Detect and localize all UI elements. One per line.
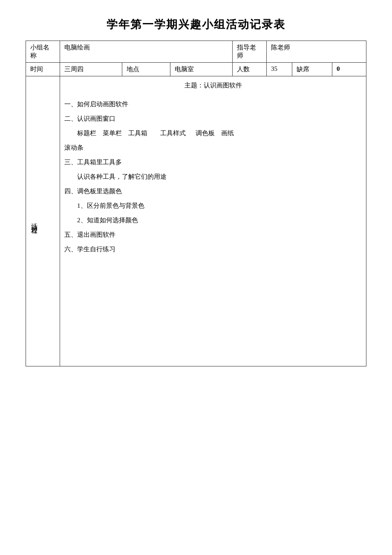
line-10: 五、退出画图软件	[64, 228, 362, 241]
line-1-text: 一、如何启动画图软件	[64, 101, 128, 108]
line-6-text: 认识各种工具，了解它们的用途	[77, 173, 167, 180]
count-value: 35	[267, 63, 292, 76]
group-value: 电脑绘画	[60, 41, 233, 63]
line-9-text: 2、知道如何选择颜色	[77, 217, 138, 224]
activity-content: 主题：认识画图软件 一、如何启动画图软件 二、认识画图窗口 标题栏 菜单栏 工具…	[60, 76, 366, 366]
line-4: 滚动条	[64, 141, 362, 154]
theme-text: 主题：认识画图软件	[184, 82, 242, 89]
line-10-text: 五、退出画图软件	[64, 231, 115, 238]
teacher-value: 陈老师	[267, 41, 366, 63]
line-8-text: 1、区分前景色与背景色	[77, 202, 144, 209]
line-3-text: 标题栏 菜单栏 工具箱 工具样式 调色板 画纸	[77, 130, 234, 137]
line-9: 2、知道如何选择颜色	[64, 214, 362, 227]
activity-label: 活动过程	[26, 76, 60, 366]
line-6: 认识各种工具，了解它们的用途	[64, 170, 362, 183]
line-8: 1、区分前景色与背景色	[64, 199, 362, 212]
absent-value: 0	[332, 63, 366, 76]
line-2: 二、认识画图窗口	[64, 112, 362, 125]
time-value: 三周四	[60, 63, 122, 76]
time-row: 时间 三周四 地点 电脑室 人数 35 缺席 0	[26, 63, 366, 76]
line-5: 三、工具箱里工具多	[64, 156, 362, 169]
line-4-text: 滚动条	[64, 144, 84, 151]
location-value: 电脑室	[170, 63, 232, 76]
time-label: 时间	[26, 63, 60, 76]
line-7-text: 四、调色板里选颜色	[64, 188, 122, 195]
line-11: 六、学生自行练习	[64, 243, 362, 256]
page-title: 学年第一学期兴趣小组活动记录表	[26, 17, 366, 32]
count-label: 人数	[233, 63, 267, 76]
header-row: 小组名称 电脑绘画 指导老师 陈老师	[26, 41, 366, 63]
line-7: 四、调色板里选颜色	[64, 185, 362, 198]
line-5-text: 三、工具箱里工具多	[64, 159, 122, 166]
page-container: 学年第一学期兴趣小组活动记录表 小组名称 电脑绘画 指导老师 陈老师 时间 三周…	[26, 17, 366, 366]
location-label: 地点	[122, 63, 170, 76]
line-3: 标题栏 菜单栏 工具箱 工具样式 调色板 画纸	[64, 127, 362, 139]
line-1: 一、如何启动画图软件	[64, 98, 362, 110]
absent-label: 缺席	[292, 63, 332, 76]
teacher-label: 指导老师	[233, 41, 267, 63]
line-11-text: 六、学生自行练习	[64, 246, 115, 253]
main-table: 小组名称 电脑绘画 指导老师 陈老师 时间 三周四 地点 电脑室 人数 35 缺…	[26, 41, 366, 366]
content-row: 活动过程 主题：认识画图软件 一、如何启动画图软件 二、认识画图窗口 标题栏 菜…	[26, 76, 366, 366]
absent-value-text: 0	[337, 65, 340, 72]
theme-line: 主题：认识画图软件	[64, 79, 362, 92]
group-label: 小组名称	[26, 41, 60, 63]
line-2-text: 二、认识画图窗口	[64, 115, 115, 122]
